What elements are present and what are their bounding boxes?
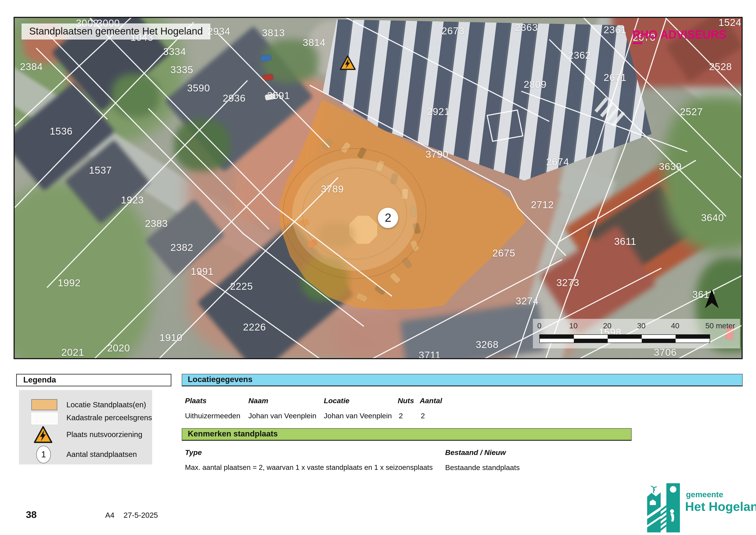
- legend-orange-swatch: [31, 399, 57, 410]
- legend-item-label: Aantal standplaatsen: [67, 450, 137, 459]
- parcel-number: 3590: [187, 82, 210, 94]
- parcel-number: 1992: [58, 277, 81, 289]
- legend-item-label: Locatie Standplaats(en): [67, 400, 146, 409]
- paper-format: A4: [105, 511, 115, 520]
- parcel-number: 2362: [568, 49, 591, 61]
- parcel-number: 2382: [170, 241, 193, 253]
- parcel-number: 3273: [556, 277, 579, 289]
- cell-aantal: 2: [421, 411, 425, 420]
- parcel-number: 2528: [709, 61, 732, 72]
- gemeente-het-hogeland-logo-icon: [647, 483, 680, 532]
- parcel-layer: 3002300010432934381338142673236323612670…: [15, 18, 742, 358]
- print-date: 27-5-2025: [123, 511, 158, 520]
- parcel-number: 3274: [516, 295, 538, 307]
- col-header-naam: Naam: [248, 397, 268, 405]
- rho-adviseurs-logo: RHO ADVISEURS: [632, 27, 726, 42]
- parcel-number: 1536: [50, 125, 73, 137]
- logo-text-gemeente: gemeente: [686, 490, 723, 499]
- parcel-number: 2020: [107, 342, 130, 354]
- parcel-number: 1524: [718, 17, 741, 28]
- scale-bar: 0 10 20 30 40 50 meter: [533, 319, 740, 349]
- parcel-number: 1991: [191, 266, 214, 277]
- scale-tick: 20: [603, 322, 611, 330]
- scale-tick: 10: [569, 322, 578, 330]
- warning-triangle-icon: [32, 425, 54, 444]
- standplaats-count-badge: 2: [378, 208, 398, 228]
- brand-text: RHO ADVISEURS: [632, 28, 726, 41]
- parcel-number: 2225: [230, 280, 253, 292]
- parcel-number: 2934: [207, 25, 230, 37]
- scale-tick-end: 50 meter: [705, 322, 735, 330]
- legend-count-circle: 1: [36, 446, 51, 464]
- parcel-number: 2383: [145, 218, 168, 229]
- legend-white-swatch: [31, 412, 58, 425]
- legend-title: Legenda: [16, 374, 171, 386]
- cell-nuts: 2: [399, 411, 403, 420]
- parcel-number: 3639: [659, 161, 682, 172]
- cell-naam: Johan van Veenplein: [248, 411, 316, 420]
- parcel-number: 1923: [121, 194, 144, 206]
- parcel-number: 2363: [515, 21, 538, 33]
- scale-bar-segments: [539, 334, 710, 343]
- parcel-number: 2384: [20, 61, 43, 72]
- kenmerken-section-header: Kenmerken standplaats: [182, 428, 632, 441]
- parcel-number: 1910: [159, 332, 182, 344]
- parcel-number: 3814: [303, 37, 326, 48]
- parcel-number: 3268: [476, 339, 499, 350]
- brand-underline: [633, 42, 642, 44]
- col-header-nuts: Nuts: [398, 397, 414, 405]
- parcel-number: 2226: [243, 321, 266, 333]
- legend-item-label: Plaats nutsvoorziening: [67, 430, 142, 439]
- col-header-aantal: Aantal: [420, 397, 442, 405]
- parcel-number: 3640: [701, 212, 724, 223]
- aerial-map: 3002300010432934381338142673236323612670…: [14, 17, 742, 359]
- parcel-number: 3813: [262, 27, 285, 39]
- parcel-number: 1537: [89, 164, 112, 176]
- parcel-number: 3591: [267, 90, 290, 101]
- col-header-type: Type: [185, 448, 202, 457]
- parcel-number: 3789: [321, 183, 344, 195]
- map-title: Standplaatsen gemeente Het Hogeland: [21, 23, 210, 40]
- parcel-number: 2021: [62, 347, 84, 358]
- parcel-number: 2674: [546, 156, 569, 168]
- parcel-number: 3611: [614, 236, 636, 247]
- location-section-header: Locatiegegevens: [182, 374, 742, 386]
- scale-tick: 30: [637, 322, 646, 330]
- col-header-status: Bestaand / Nieuw: [445, 448, 506, 457]
- scale-tick: 40: [671, 322, 680, 330]
- parcel-number: 2361: [604, 24, 627, 36]
- cell-plaats: Uithuizermeeden: [185, 411, 240, 420]
- col-header-plaats: Plaats: [185, 397, 206, 405]
- parcel-number: 2809: [524, 78, 547, 90]
- cell-locatie: Johan van Veenplein: [324, 411, 392, 420]
- parcel-number: 2527: [680, 106, 703, 118]
- legend-panel: Locatie Standplaats(en) Kadastrale perce…: [19, 390, 152, 465]
- parcel-number: 2675: [492, 247, 515, 259]
- cell-type: Max. aantal plaatsen = 2, waarvan 1 x va…: [185, 464, 433, 471]
- page-number: 38: [26, 509, 37, 520]
- parcel-number: 3335: [170, 64, 193, 75]
- logo-text-het-hogeland: Het Hogeland: [685, 499, 756, 514]
- legend-item-label: Kadastrale perceelsgrens: [67, 413, 152, 422]
- parcel-number: 2936: [223, 92, 246, 104]
- parcel-number: 2921: [427, 106, 450, 117]
- parcel-number: 2673: [442, 25, 464, 37]
- parcel-number: 2671: [604, 71, 627, 83]
- cell-status: Bestaande standplaats: [445, 464, 520, 472]
- parcel-number: 2712: [531, 199, 554, 211]
- parcel-number: 3711: [418, 349, 441, 359]
- scale-tick: 0: [537, 322, 541, 330]
- parcel-number: 3334: [163, 46, 186, 57]
- utility-warning-icon: [339, 55, 357, 71]
- parcel-number: 3790: [425, 149, 448, 160]
- col-header-locatie: Locatie: [324, 397, 349, 405]
